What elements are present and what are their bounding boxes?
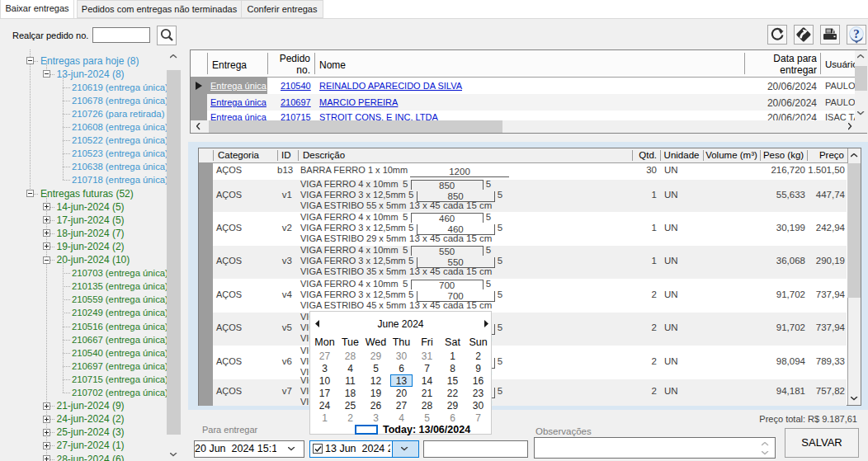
svg-text:?: ? bbox=[853, 27, 860, 40]
